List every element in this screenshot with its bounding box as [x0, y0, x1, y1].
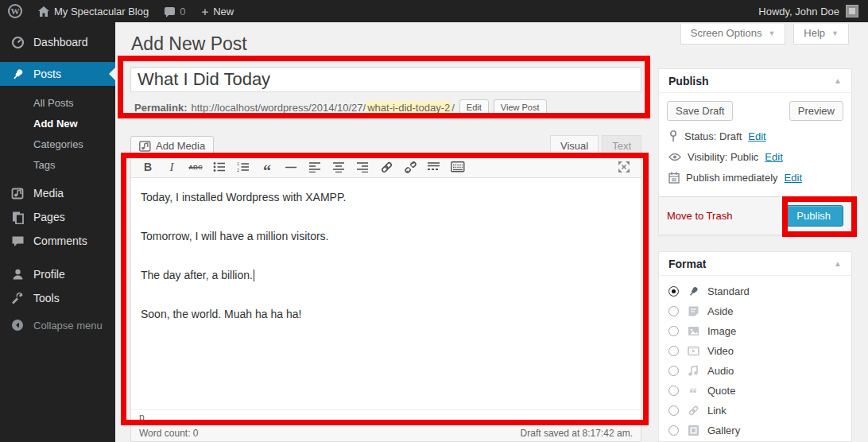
toolbar-toggle-icon[interactable]	[448, 158, 468, 176]
numbered-list-icon[interactable]: 12	[233, 158, 254, 176]
edit-permalink-button[interactable]: Edit	[459, 99, 489, 115]
format-option-gallery[interactable]: Gallery	[659, 421, 851, 440]
unlink-icon[interactable]	[400, 158, 420, 176]
admin-bar: W My Spectacular Blog 0 + New Howdy, Joh…	[0, 0, 868, 22]
sidebar-item-dashboard[interactable]: Dashboard	[0, 30, 115, 54]
avatar	[846, 5, 858, 17]
content-area: Screen Options ▼ Help ▼ Add New Post Per…	[115, 22, 868, 442]
format-option-quote[interactable]: “ Quote	[659, 381, 851, 401]
align-right-icon[interactable]	[352, 158, 373, 176]
format-option-standard[interactable]: Standard	[659, 281, 851, 301]
sidebar-item-label: Posts	[33, 68, 61, 80]
permalink-base: http://localhost/wordpress/2014/10/27/	[191, 102, 366, 114]
strikethrough-icon[interactable]: ABC	[185, 158, 206, 176]
tab-visual[interactable]: Visual	[550, 135, 599, 156]
publish-panel-header[interactable]: Publish ▲	[659, 69, 851, 93]
sidebar-item-profile[interactable]: Profile	[0, 262, 115, 286]
permalink-slug[interactable]: what-i-did-today-2	[366, 101, 451, 114]
format-option-video[interactable]: Video	[659, 341, 851, 361]
chevron-down-icon: ▼	[831, 29, 839, 37]
radio-aside[interactable]	[668, 306, 679, 316]
radio-video[interactable]	[668, 346, 679, 356]
post-title-input[interactable]	[130, 67, 641, 92]
image-icon	[688, 325, 699, 337]
wordpress-admin-window: W My Spectacular Blog 0 + New Howdy, Joh…	[0, 0, 868, 442]
format-label: Aside	[707, 305, 734, 317]
publish-panel-title: Publish	[668, 75, 709, 87]
view-post-button[interactable]: View Post	[494, 99, 547, 115]
editor-paragraph: Today, I installed Wordpress with XAMPP.	[141, 191, 631, 204]
align-left-icon[interactable]	[304, 158, 325, 176]
format-option-aside[interactable]: Aside	[659, 301, 851, 321]
sidebar-item-label: Collapse menu	[33, 320, 103, 332]
preview-button[interactable]: Preview	[789, 101, 843, 121]
quote-icon: “	[686, 384, 700, 397]
submenu-add-new[interactable]: Add New	[33, 113, 115, 134]
post-editor: B I ABC 12 “ —	[130, 156, 641, 442]
sidebar-item-comments[interactable]: Comments	[0, 229, 115, 253]
format-label: Video	[707, 345, 734, 357]
add-media-label: Add Media	[156, 140, 205, 152]
collapse-toggle-icon[interactable]: ▲	[834, 76, 842, 85]
link-icon[interactable]	[376, 158, 397, 176]
home-icon	[38, 6, 49, 17]
submenu-tags[interactable]: Tags	[33, 154, 115, 175]
publish-panel: Publish ▲ Save Draft Preview Status: Dra…	[658, 68, 852, 235]
editor-paragraph: The day after, a billion.	[141, 269, 631, 281]
tab-text[interactable]: Text	[602, 135, 641, 156]
site-name-link[interactable]: My Spectacular Blog	[30, 0, 157, 22]
add-media-icon	[139, 141, 151, 152]
help-tab[interactable]: Help ▼	[793, 24, 849, 45]
collapse-toggle-icon[interactable]: ▲	[834, 259, 842, 268]
format-label: Quote	[707, 385, 735, 397]
editor-statusbar: p	[131, 409, 641, 424]
radio-image[interactable]	[668, 326, 679, 336]
radio-standard[interactable]	[668, 286, 679, 297]
edit-visibility-link[interactable]: Edit	[765, 151, 782, 163]
radio-quote[interactable]	[668, 386, 679, 396]
submenu-all-posts[interactable]: All Posts	[33, 92, 115, 113]
align-center-icon[interactable]	[328, 158, 349, 176]
account-menu[interactable]: Howdy, John Doe	[758, 0, 868, 22]
italic-icon[interactable]: I	[161, 158, 182, 176]
editor-content[interactable]: Today, I installed Wordpress with XAMPP.…	[131, 178, 641, 409]
bold-icon[interactable]: B	[138, 158, 158, 176]
format-panel-header[interactable]: Format ▲	[659, 252, 851, 276]
wrench-icon	[11, 292, 25, 305]
add-media-button[interactable]: Add Media	[130, 136, 214, 156]
format-option-audio[interactable]: Audio	[659, 361, 851, 381]
blockquote-icon[interactable]: “	[257, 158, 277, 176]
wordpress-logo-icon: W	[8, 4, 22, 18]
sidebar-item-tools[interactable]: Tools	[0, 286, 115, 310]
save-draft-button[interactable]: Save Draft	[667, 101, 733, 121]
format-label: Audio	[707, 365, 734, 377]
format-panel-title: Format	[668, 258, 706, 270]
radio-gallery[interactable]	[668, 425, 679, 436]
radio-audio[interactable]	[668, 366, 679, 376]
sidebar-item-pages[interactable]: Pages	[0, 205, 115, 229]
radio-link[interactable]	[668, 405, 679, 416]
gallery-icon	[688, 425, 699, 436]
new-content-menu[interactable]: + New	[193, 0, 242, 22]
fullscreen-icon[interactable]	[614, 158, 634, 176]
bullet-list-icon[interactable]	[209, 158, 230, 176]
wordpress-logo-menu[interactable]: W	[0, 0, 30, 22]
publish-button[interactable]: Publish	[784, 205, 843, 227]
move-to-trash-link[interactable]: Move to Trash	[667, 210, 732, 222]
horizontal-rule-icon[interactable]: —	[281, 158, 301, 176]
comments-shortcut[interactable]: 0	[157, 0, 193, 22]
format-option-image[interactable]: Image	[659, 321, 851, 341]
screen-options-tab[interactable]: Screen Options ▼	[680, 24, 786, 45]
word-count: Word count: 0	[139, 428, 198, 439]
edit-status-link[interactable]: Edit	[748, 130, 765, 142]
more-tag-icon[interactable]	[424, 158, 444, 176]
format-option-link[interactable]: Link	[659, 401, 851, 421]
submenu-categories[interactable]: Categories	[33, 134, 115, 154]
collapse-menu-button[interactable]: Collapse menu	[0, 313, 115, 337]
sidebar-item-posts[interactable]: Posts	[0, 62, 115, 86]
element-path: p	[139, 412, 145, 423]
edit-schedule-link[interactable]: Edit	[785, 172, 802, 184]
sidebar-item-label: Media	[33, 187, 64, 200]
help-label: Help	[804, 27, 825, 39]
sidebar-item-media[interactable]: Media	[0, 181, 115, 205]
